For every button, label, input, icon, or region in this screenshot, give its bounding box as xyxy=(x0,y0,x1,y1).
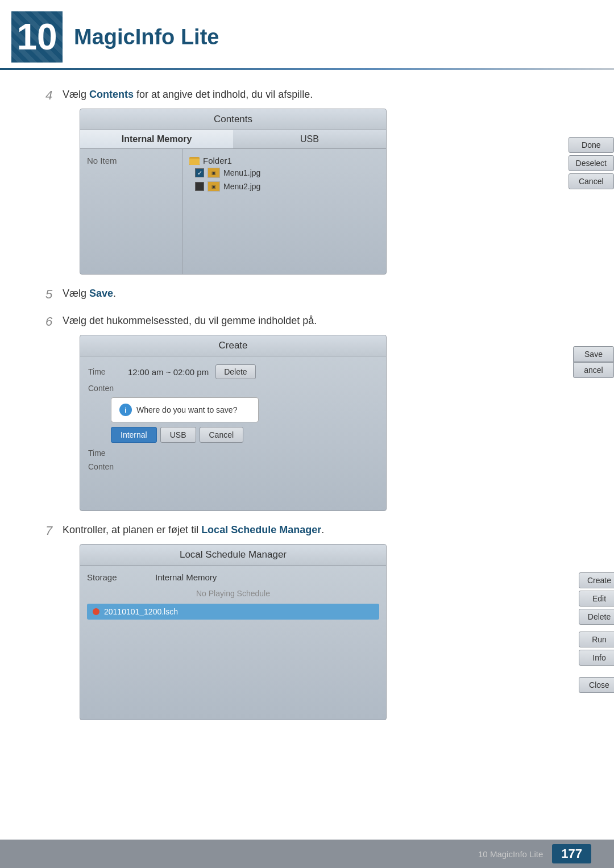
file1-item[interactable]: ✓ ▣ Menu1.jpg xyxy=(195,168,379,178)
no-item-label: No Item xyxy=(87,156,117,165)
step-5-bold: Save xyxy=(89,288,113,299)
create-content-label: Conten xyxy=(88,384,128,393)
create-delete-button[interactable]: Delete xyxy=(215,364,255,379)
tooltip-text: Where do you want to save? xyxy=(136,405,237,414)
create-time-value: 12:00 am ~ 02:00 pm xyxy=(128,367,209,377)
step-4-bold: Contents xyxy=(89,89,134,100)
step-5-text: Vælg Save. xyxy=(63,286,116,301)
page-footer: 10 MagicInfo Lite 177 xyxy=(0,840,614,868)
create-time2-label: Time xyxy=(88,448,128,458)
step-6-text: Vælg det hukommelsessted, du vil gemme i… xyxy=(63,313,317,329)
lsm-storage-value: Internal Memory xyxy=(155,572,217,582)
step-5-number: 5 xyxy=(45,287,63,302)
tab-usb[interactable]: USB xyxy=(233,130,386,148)
file1-checkbox[interactable]: ✓ xyxy=(195,168,204,177)
step-6: 6 Vælg det hukommelsessted, du vil gemme… xyxy=(45,313,569,511)
contents-tabs: Internal Memory USB xyxy=(80,130,386,149)
page-header: 10 MagicInfo Lite xyxy=(0,0,614,68)
folder-icon xyxy=(189,157,200,165)
file1-thumb: ▣ xyxy=(208,168,220,178)
step-4-text: Vælg Contents for at angive det indhold,… xyxy=(63,87,313,102)
contents-right-panel: Folder1 ✓ ▣ Menu1.jpg ▣ Menu2.jpg xyxy=(182,149,386,274)
contents-dialog: Contents Internal Memory USB No Item Fol… xyxy=(80,109,387,275)
footer-text: 10 MagicInfo Lite xyxy=(478,849,543,859)
file2-thumb: ▣ xyxy=(208,181,220,192)
popup-buttons: Internal USB Cancel xyxy=(111,427,378,443)
contents-body: No Item Folder1 ✓ ▣ Menu1.jpg xyxy=(80,149,386,274)
main-content: 4 Vælg Contents for at angive det indhol… xyxy=(0,81,614,743)
lsm-no-schedule: No Playing Schedule xyxy=(87,589,379,598)
file2-checkbox[interactable] xyxy=(195,182,204,191)
create-save-button[interactable]: Save xyxy=(573,346,614,362)
create-time-label: Time xyxy=(88,367,128,376)
create-dialog-title: Create xyxy=(80,335,386,356)
tab-internal-memory[interactable]: Internal Memory xyxy=(80,130,233,148)
step-4-line: 4 Vælg Contents for at angive det indhol… xyxy=(45,87,569,103)
create-content2-label: Conten xyxy=(88,462,128,471)
step-6-line: 6 Vælg det hukommelsessted, du vil gemme… xyxy=(45,313,569,329)
chapter-number: 10 xyxy=(16,19,57,55)
create-time2-row: Time xyxy=(88,448,378,458)
lsm-schedule-item[interactable]: 20110101_1200.lsch xyxy=(87,604,379,620)
lsm-storage-label: Storage xyxy=(87,572,155,582)
lsm-body: Storage Internal Memory No Playing Sched… xyxy=(80,566,386,661)
folder1-item[interactable]: Folder1 xyxy=(189,156,379,165)
header-divider xyxy=(0,68,614,70)
lsm-create-button[interactable]: Create xyxy=(579,572,614,588)
create-side-buttons: Save ancel xyxy=(573,346,614,378)
step-7-bold: Local Schedule Manager xyxy=(201,524,321,535)
lsm-dialog-title: Local Schedule Manager xyxy=(80,545,386,566)
contents-cancel-button[interactable]: Cancel xyxy=(569,173,614,189)
info-icon: i xyxy=(119,404,132,416)
lsm-item-label: 20110101_1200.lsch xyxy=(104,607,178,616)
lsm-storage-row: Storage Internal Memory xyxy=(87,572,379,582)
popup-internal-button[interactable]: Internal xyxy=(111,427,157,443)
create-content-row: Conten xyxy=(88,384,378,393)
lsm-item-dot xyxy=(93,608,99,615)
save-tooltip: i Where do you want to save? xyxy=(111,397,259,422)
step-7-text: Kontroller, at planen er føjet til Local… xyxy=(63,522,324,538)
file2-item[interactable]: ▣ Menu2.jpg xyxy=(195,181,379,192)
lsm-run-button[interactable]: Run xyxy=(579,632,614,647)
create-time-row: Time 12:00 am ~ 02:00 pm Delete xyxy=(88,364,378,379)
lsm-delete-button[interactable]: Delete xyxy=(579,609,614,625)
create-dialog: Create Time 12:00 am ~ 02:00 pm Delete C… xyxy=(80,335,387,511)
step-5: 5 Vælg Save. xyxy=(45,286,569,302)
chapter-title: MagicInfo Lite xyxy=(74,25,219,49)
step-5-line: 5 Vælg Save. xyxy=(45,286,569,302)
step-7-line: 7 Kontroller, at planen er føjet til Loc… xyxy=(45,522,569,538)
popup-usb-button[interactable]: USB xyxy=(160,427,196,443)
file2-label: Menu2.jpg xyxy=(223,182,260,191)
contents-done-button[interactable]: Done xyxy=(569,137,614,153)
step-7: 7 Kontroller, at planen er føjet til Loc… xyxy=(45,522,569,720)
create-content2-row: Conten xyxy=(88,462,378,471)
create-body: Time 12:00 am ~ 02:00 pm Delete Conten i… xyxy=(80,356,386,481)
step-4: 4 Vælg Contents for at angive det indhol… xyxy=(45,87,569,275)
folder1-label: Folder1 xyxy=(203,156,232,165)
contents-deselect-button[interactable]: Deselect xyxy=(569,155,614,171)
popup-cancel-button[interactable]: Cancel xyxy=(200,427,244,443)
step-7-number: 7 xyxy=(45,524,63,538)
footer-page-number: 177 xyxy=(552,844,591,863)
lsm-dialog: Local Schedule Manager Storage Internal … xyxy=(80,544,387,720)
file1-label: Menu1.jpg xyxy=(223,168,260,177)
lsm-info-button[interactable]: Info xyxy=(579,650,614,666)
create-cancel-button[interactable]: ancel xyxy=(573,362,614,378)
contents-dialog-title: Contents xyxy=(80,109,386,130)
lsm-close-button[interactable]: Close xyxy=(579,677,614,693)
step-4-number: 4 xyxy=(45,88,63,103)
chapter-block: 10 xyxy=(11,11,63,63)
step-6-number: 6 xyxy=(45,314,63,329)
lsm-edit-button[interactable]: Edit xyxy=(579,591,614,607)
lsm-side-buttons: Create Edit Delete Run Info Close xyxy=(579,572,614,693)
contents-left-panel: No Item xyxy=(80,149,182,274)
contents-side-buttons: Done Deselect Cancel xyxy=(569,137,614,189)
